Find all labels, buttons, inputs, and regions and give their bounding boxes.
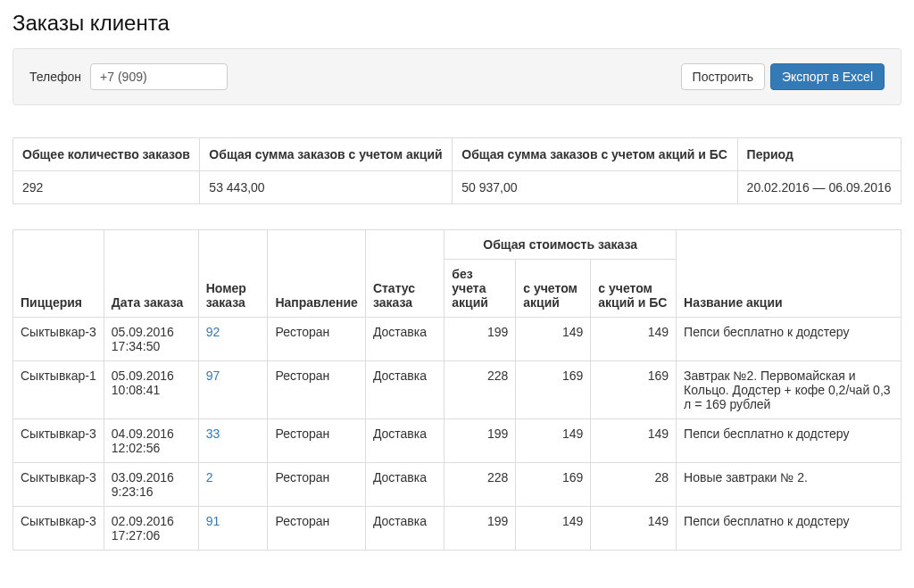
orders-header-date: Дата заказа	[104, 230, 198, 318]
cell-status: Доставка	[365, 318, 444, 361]
table-row: Сыктывкар-105.09.2016 10:08:4197Ресторан…	[13, 361, 902, 419]
summary-header-sum-promo-bs: Общая сумма заказов с учетом акций и БС	[453, 138, 737, 171]
order-link[interactable]: 92	[206, 325, 220, 339]
orders-header-direction: Направление	[268, 230, 365, 318]
cell-status: Доставка	[365, 419, 444, 463]
cell-no-promo: 228	[445, 463, 516, 507]
cell-direction: Ресторан	[268, 318, 365, 361]
cell-with-promo-bs: 28	[591, 463, 677, 507]
orders-header-no-promo: без учета акций	[445, 260, 516, 318]
orders-table: Пиццерия Дата заказа Номер заказа Направ…	[12, 229, 902, 551]
cell-order-no: 92	[198, 318, 268, 361]
cell-pizzeria: Сыктывкар-3	[13, 318, 104, 361]
orders-header-order-no: Номер заказа	[198, 230, 268, 318]
cell-no-promo: 199	[445, 318, 516, 361]
order-link[interactable]: 97	[206, 369, 220, 383]
export-excel-button[interactable]: Экспорт в Excel	[770, 63, 885, 90]
cell-date: 02.09.2016 17:27:06	[104, 507, 198, 551]
cell-with-promo-bs: 149	[591, 507, 677, 551]
cell-with-promo: 149	[516, 318, 591, 361]
cell-pizzeria: Сыктывкар-3	[13, 463, 104, 507]
cell-promo-name: Пепси бесплатно к додстеру	[677, 507, 902, 551]
cell-date: 05.09.2016 10:08:41	[104, 361, 198, 419]
summary-table: Общее количество заказов Общая сумма зак…	[12, 137, 902, 204]
cell-date: 05.09.2016 17:34:50	[104, 318, 198, 361]
cell-promo-name: Завтрак №2. Первомайская и Кольцо. Додст…	[677, 361, 902, 419]
cell-no-promo: 199	[445, 507, 516, 551]
cell-status: Доставка	[365, 507, 444, 551]
table-row: Сыктывкар-302.09.2016 17:27:0691Ресторан…	[13, 507, 902, 551]
page-title: Заказы клиента	[12, 11, 902, 36]
cell-with-promo: 149	[516, 507, 591, 551]
summary-value-total-count: 292	[13, 171, 200, 204]
cell-promo-name: Новые завтраки № 2.	[677, 463, 902, 507]
cell-date: 04.09.2016 12:02:56	[104, 419, 198, 463]
cell-direction: Ресторан	[268, 507, 365, 551]
cell-order-no: 33	[198, 419, 268, 463]
cell-with-promo: 169	[516, 361, 591, 419]
cell-pizzeria: Сыктывкар-1	[13, 361, 104, 419]
cell-order-no: 97	[198, 361, 268, 419]
summary-header-sum-promo: Общая сумма заказов с учетом акций	[200, 138, 453, 171]
orders-header-status: Статус заказа	[365, 230, 444, 318]
cell-promo-name: Пепси бесплатно к додстеру	[677, 318, 902, 361]
summary-value-sum-promo-bs: 50 937,00	[453, 171, 737, 204]
summary-row: 292 53 443,00 50 937,00 20.02.2016 — 06.…	[13, 171, 902, 204]
orders-header-promo-name: Название акции	[677, 230, 902, 318]
build-button[interactable]: Построить	[681, 63, 765, 90]
cell-with-promo-bs: 149	[591, 419, 677, 463]
phone-input[interactable]	[90, 63, 228, 90]
orders-header-with-promo-bs: с учетом акций и БС	[591, 260, 677, 318]
order-link[interactable]: 91	[206, 514, 220, 528]
cell-no-promo: 199	[445, 419, 516, 463]
cell-direction: Ресторан	[268, 419, 365, 463]
table-row: Сыктывкар-303.09.2016 9:23:162РесторанДо…	[13, 463, 902, 507]
cell-order-no: 2	[198, 463, 268, 507]
cell-direction: Ресторан	[268, 361, 365, 419]
phone-label: Телефон	[29, 70, 81, 84]
order-link[interactable]: 33	[206, 427, 220, 441]
cell-date: 03.09.2016 9:23:16	[104, 463, 198, 507]
cell-with-promo-bs: 149	[591, 318, 677, 361]
cell-pizzeria: Сыктывкар-3	[13, 419, 104, 463]
table-row: Сыктывкар-305.09.2016 17:34:5092Ресторан…	[13, 318, 902, 361]
toolbar: Телефон Построить Экспорт в Excel	[12, 48, 902, 105]
cell-with-promo-bs: 169	[591, 361, 677, 419]
summary-value-period: 20.02.2016 — 06.09.2016	[737, 171, 901, 204]
cell-status: Доставка	[365, 361, 444, 419]
cell-pizzeria: Сыктывкар-3	[13, 507, 104, 551]
order-link[interactable]: 2	[206, 470, 213, 484]
summary-header-period: Период	[737, 138, 901, 171]
cell-with-promo: 169	[516, 463, 591, 507]
cell-promo-name: Пепси бесплатно к додстеру	[677, 419, 902, 463]
cell-status: Доставка	[365, 463, 444, 507]
summary-value-sum-promo: 53 443,00	[200, 171, 453, 204]
table-row: Сыктывкар-304.09.2016 12:02:5633Ресторан…	[13, 419, 902, 463]
orders-header-total-group: Общая стоимость заказа	[445, 230, 677, 260]
cell-with-promo: 149	[516, 419, 591, 463]
cell-order-no: 91	[198, 507, 268, 551]
summary-header-total-count: Общее количество заказов	[13, 138, 200, 171]
cell-no-promo: 228	[445, 361, 516, 419]
orders-header-with-promo: с учетом акций	[516, 260, 591, 318]
cell-direction: Ресторан	[268, 463, 365, 507]
orders-header-pizzeria: Пиццерия	[13, 230, 104, 318]
